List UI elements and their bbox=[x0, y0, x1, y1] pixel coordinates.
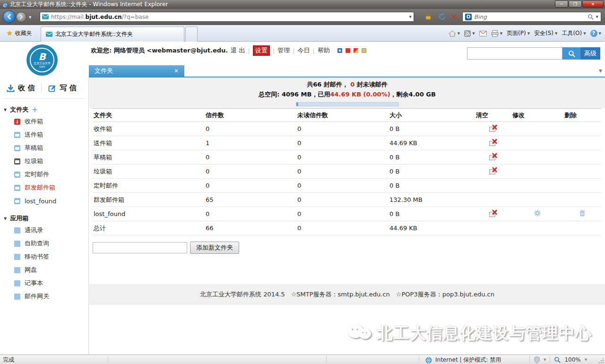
skin-swatch-khaki[interactable] bbox=[362, 48, 366, 53]
add-folder-button[interactable]: 添加新文件夹 bbox=[190, 242, 239, 254]
folders-table: 文件夹 信件数 未读信件数 大小 清空 修改 删除 收件箱 0 0 0 B bbox=[93, 108, 601, 235]
folder-name[interactable]: 垃圾箱 bbox=[93, 165, 205, 179]
new-folder-name-input[interactable] bbox=[93, 242, 187, 253]
table-row-total: 总计 66 0 44.69 KB bbox=[93, 221, 601, 235]
sidebar-item-lostfound[interactable]: lost_found bbox=[0, 194, 88, 208]
browser-search-input[interactable] bbox=[474, 14, 585, 20]
clear-folder-icon[interactable] bbox=[489, 125, 498, 132]
history-dropdown-icon[interactable]: ▼ bbox=[29, 16, 31, 19]
restore-button[interactable]: ❐ bbox=[569, 0, 582, 8]
user-bar: 欢迎您: 网络管理员 <webmaster@bjut.edu. 退 出 | 设置… bbox=[91, 45, 366, 56]
menu-page[interactable]: 页面(P)▼ bbox=[507, 29, 530, 37]
browser-tab[interactable]: 北京工业大学邮件系统::文件夹 bbox=[41, 26, 184, 42]
home-button[interactable]: ▼ bbox=[449, 30, 460, 37]
watermark-text: 北工大信息化建设与管理中心 bbox=[377, 322, 592, 344]
settings-link[interactable]: 设置 bbox=[253, 45, 270, 56]
address-bar[interactable]: https://mail.bjut.edu.cn/?q=base ▼ bbox=[40, 12, 414, 22]
mail-search-input[interactable] bbox=[467, 47, 562, 60]
sidebar-item-inbox[interactable]: ↓ 收件箱 bbox=[0, 115, 88, 128]
content-tab-folders[interactable]: 文件夹 ✕ bbox=[89, 65, 184, 77]
app-icon bbox=[14, 267, 20, 273]
favorites-button[interactable]: ★ 收藏夹 bbox=[3, 27, 36, 39]
receive-mail-icon bbox=[7, 84, 15, 92]
zoom-dropdown-icon[interactable]: ▼ bbox=[585, 358, 587, 362]
clear-folder-icon[interactable] bbox=[489, 210, 498, 217]
col-modify: 修改 bbox=[511, 109, 563, 122]
folder-name[interactable]: 群发邮件箱 bbox=[93, 193, 205, 207]
skin-swatch-redyellow[interactable] bbox=[354, 48, 358, 53]
clear-folder-icon[interactable] bbox=[489, 139, 498, 146]
read-mail-icon[interactable] bbox=[479, 31, 487, 36]
security-lock-icon[interactable] bbox=[425, 13, 431, 20]
folder-name[interactable]: 定时邮件 bbox=[93, 179, 205, 193]
sidebar-item-bulkmail[interactable]: 群发邮件箱 bbox=[0, 181, 88, 194]
sidebar-item-scheduled[interactable]: 定时邮件 bbox=[0, 168, 88, 181]
sidebar-item-bookmarks[interactable]: 移动书签 bbox=[0, 250, 88, 263]
admin-link[interactable]: 管理 bbox=[277, 46, 290, 55]
logout-link[interactable]: 退 出 bbox=[231, 46, 245, 55]
refresh-icon[interactable] bbox=[439, 13, 446, 20]
sidebar-item-drafts[interactable]: 草稿箱 bbox=[0, 141, 88, 155]
favorites-bar: ★ 收藏夹 北京工业大学邮件系统::文件夹 ▼ ▼ ▼ 页面(P)▼ bbox=[0, 25, 605, 42]
modify-gear-icon[interactable] bbox=[534, 210, 541, 217]
compose-mail-button[interactable]: 写 信 bbox=[42, 84, 83, 93]
zoom-magnifier-icon[interactable] bbox=[554, 356, 561, 363]
sidebar-item-contacts[interactable]: 通讯录 bbox=[0, 224, 88, 237]
folder-name[interactable]: 送件箱 bbox=[93, 136, 205, 150]
folders-section-header[interactable]: ▼ 文件夹 + bbox=[4, 105, 88, 114]
stop-icon[interactable]: × bbox=[451, 13, 458, 21]
menu-safety[interactable]: 安全(S)▼ bbox=[534, 29, 557, 37]
table-row-lostfound: lost_found 0 0 0 B bbox=[93, 207, 601, 221]
folder-name[interactable]: lost_found bbox=[93, 207, 205, 221]
sidebar-item-notes[interactable]: 记事本 bbox=[0, 277, 88, 290]
search-magnifier-icon[interactable] bbox=[588, 14, 594, 20]
sidebar-item-selfquery[interactable]: 自助查询 bbox=[0, 237, 88, 250]
tab-list-dropdown-icon[interactable]: ▼ bbox=[599, 69, 602, 73]
skin-swatch-blue[interactable] bbox=[337, 48, 342, 53]
sidebar-item-sent[interactable]: 送件箱 bbox=[0, 128, 88, 141]
browser-search-box[interactable]: O ▼ bbox=[462, 12, 601, 22]
sidebar-item-trash[interactable]: 垃圾箱 bbox=[0, 155, 88, 168]
sidebar-item-mailgateway[interactable]: 邮件网关 bbox=[0, 290, 88, 303]
col-count: 信件数 bbox=[205, 109, 296, 122]
tab-close-icon[interactable]: ✕ bbox=[174, 68, 179, 74]
table-row-scheduled: 定时邮件 0 0 0 B bbox=[93, 179, 601, 193]
receive-mail-button[interactable]: 收 信 bbox=[0, 84, 41, 93]
clear-folder-icon[interactable] bbox=[489, 167, 498, 174]
help-button[interactable]: ?▼ bbox=[590, 30, 601, 37]
zoom-level[interactable]: 100% bbox=[564, 356, 580, 363]
resize-grip[interactable] bbox=[598, 358, 604, 364]
privacy-dropdown-icon[interactable]: ▼ bbox=[544, 358, 546, 362]
privacy-shield-icon[interactable] bbox=[534, 356, 540, 363]
skin-swatch-red[interactable] bbox=[346, 48, 350, 53]
content-tab-label: 文件夹 bbox=[95, 67, 113, 75]
delete-trash-icon[interactable] bbox=[579, 210, 585, 217]
sidebar: 收 信 写 信 ▼ 文件夹 + ↓ 收件箱 送件箱 bbox=[0, 78, 89, 355]
apps-section-header[interactable]: ▼ 应用箱 bbox=[4, 214, 88, 223]
feeds-button[interactable]: ▼ bbox=[464, 30, 475, 37]
clear-folder-icon[interactable] bbox=[489, 153, 498, 160]
back-button[interactable] bbox=[3, 10, 16, 23]
collapse-triangle-icon: ▼ bbox=[4, 108, 7, 112]
folder-name[interactable]: 草稿箱 bbox=[93, 150, 205, 165]
search-options-dropdown-icon[interactable]: ▼ bbox=[596, 15, 598, 19]
folder-name[interactable]: 收件箱 bbox=[93, 122, 205, 136]
address-dropdown-icon[interactable]: ▼ bbox=[409, 15, 412, 19]
advanced-search-button[interactable]: 高级 bbox=[580, 47, 600, 60]
close-button[interactable]: ✕ bbox=[582, 0, 604, 8]
add-folder-icon[interactable]: + bbox=[32, 105, 38, 114]
new-tab-button[interactable] bbox=[185, 26, 198, 42]
app-icon bbox=[14, 241, 20, 247]
minimize-button[interactable]: ─ bbox=[555, 0, 568, 8]
forward-button[interactable] bbox=[16, 12, 26, 22]
col-unread: 未读信件数 bbox=[296, 109, 389, 122]
sidebar-item-netdisk[interactable]: 网盘 bbox=[0, 263, 88, 277]
mail-search-button[interactable] bbox=[562, 47, 580, 60]
help-link[interactable]: 帮助 bbox=[318, 46, 330, 55]
today-link[interactable]: 今日 bbox=[298, 46, 310, 55]
home-icon bbox=[449, 30, 456, 37]
mailbox-stats: 共66 封邮件， 0 封未读邮件 总空间: 4096 MB，已用44.69 KB… bbox=[89, 78, 605, 108]
app-icon bbox=[14, 280, 20, 286]
menu-tools[interactable]: 工具(O)▼ bbox=[562, 29, 586, 37]
print-button[interactable]: ▼ bbox=[491, 30, 502, 37]
